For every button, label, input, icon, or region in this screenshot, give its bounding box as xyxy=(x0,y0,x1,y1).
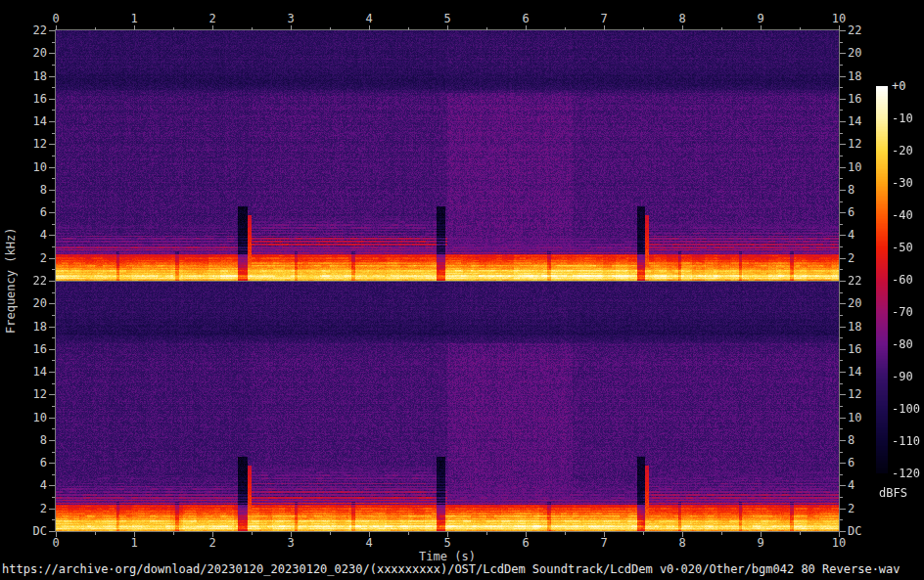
freq-minor-tick-mark xyxy=(840,269,843,270)
freq-tick-mark xyxy=(840,394,846,395)
x-minor-tick-mark xyxy=(565,532,566,535)
freq-tick-mark xyxy=(840,349,846,350)
freq-tick-label: 20 xyxy=(848,46,887,60)
x-minor-tick-mark xyxy=(330,532,331,535)
freq-minor-tick-mark xyxy=(52,497,55,498)
freq-tick-mark xyxy=(49,531,55,532)
x-tick-label: 1 xyxy=(115,536,154,550)
freq-tick-mark xyxy=(840,418,846,419)
freq-tick-label: 12 xyxy=(14,137,47,151)
freq-tick-mark xyxy=(49,212,55,213)
x-tick-label: 8 xyxy=(663,536,702,550)
freq-minor-tick-mark xyxy=(52,337,55,338)
freq-tick-label: 2 xyxy=(14,251,47,265)
freq-tick-label: 6 xyxy=(14,456,47,469)
freq-minor-tick-mark xyxy=(840,452,843,453)
db-tick-label: -10 xyxy=(892,112,924,125)
freq-minor-tick-mark xyxy=(52,383,55,384)
x-tick-label: 4 xyxy=(349,12,389,25)
freq-tick-mark xyxy=(49,30,55,31)
freq-minor-tick-mark xyxy=(52,201,55,202)
x-minor-tick-mark xyxy=(721,27,722,30)
db-tick-label: -30 xyxy=(892,176,924,190)
freq-tick-mark xyxy=(840,372,846,373)
x-tick-mark xyxy=(761,25,762,30)
x-tick-mark xyxy=(56,532,57,537)
freq-tick-mark xyxy=(840,190,846,191)
file-path: https://archive·org/download/20230120_20… xyxy=(2,562,901,576)
x-tick-label: 2 xyxy=(193,536,232,550)
freq-tick-label: 14 xyxy=(14,365,47,379)
freq-minor-tick-mark xyxy=(840,383,843,384)
freq-minor-tick-mark xyxy=(52,269,55,270)
x-tick-mark xyxy=(134,25,135,30)
freq-tick-label: 18 xyxy=(14,320,47,334)
db-tick-label: -20 xyxy=(892,144,924,157)
x-minor-tick-mark xyxy=(721,532,722,535)
x-tick-mark xyxy=(526,532,527,537)
freq-minor-tick-mark xyxy=(840,110,843,111)
freq-minor-tick-mark xyxy=(52,178,55,179)
x-tick-label: 7 xyxy=(584,12,624,25)
freq-tick-mark xyxy=(840,212,846,213)
freq-tick-label: 12 xyxy=(14,387,47,401)
db-tick-label: -60 xyxy=(892,273,924,287)
freq-tick-mark xyxy=(49,76,55,77)
freq-tick-label: 18 xyxy=(14,69,47,83)
time-axis-title: Time (s) xyxy=(56,550,839,563)
x-tick-label: 0 xyxy=(36,536,75,550)
x-minor-tick-mark xyxy=(173,27,174,30)
x-tick-label: 7 xyxy=(584,536,624,550)
freq-minor-tick-mark xyxy=(52,292,55,293)
freq-minor-tick-mark xyxy=(840,178,843,179)
freq-minor-tick-mark xyxy=(840,246,843,247)
freq-tick-mark xyxy=(49,418,55,419)
freq-minor-tick-mark xyxy=(52,42,55,43)
freq-tick-mark xyxy=(49,394,55,395)
freq-tick-label: 18 xyxy=(848,69,887,83)
freq-minor-tick-mark xyxy=(840,156,843,156)
db-tick-label: -40 xyxy=(892,208,924,222)
x-minor-tick-mark xyxy=(643,532,644,535)
x-tick-mark xyxy=(212,532,213,537)
x-tick-mark xyxy=(56,25,57,30)
freq-tick-mark xyxy=(49,281,55,282)
freq-minor-tick-mark xyxy=(52,360,55,361)
freq-tick-label: 20 xyxy=(14,296,47,310)
freq-minor-tick-mark xyxy=(840,65,843,66)
freq-minor-tick-mark xyxy=(840,133,843,134)
db-tick-label: -80 xyxy=(892,337,924,351)
freq-tick-label: 2 xyxy=(848,502,887,515)
freq-tick-mark xyxy=(49,258,55,259)
freq-minor-tick-mark xyxy=(52,133,55,134)
freq-minor-tick-mark xyxy=(52,224,55,225)
freq-minor-tick-mark xyxy=(52,246,55,247)
freq-tick-mark xyxy=(49,485,55,486)
freq-tick-label: 22 xyxy=(14,274,47,288)
x-tick-label: 2 xyxy=(193,12,232,25)
freq-tick-mark xyxy=(840,281,846,282)
freq-minor-tick-mark xyxy=(52,87,55,88)
spectrogram-channel-2 xyxy=(56,281,839,531)
x-tick-mark xyxy=(839,532,840,537)
freq-minor-tick-mark xyxy=(840,201,843,202)
freq-tick-mark xyxy=(49,190,55,191)
freq-tick-label: 20 xyxy=(14,46,47,60)
freq-tick-label: 14 xyxy=(14,114,47,128)
freq-tick-mark xyxy=(840,144,846,145)
db-tick-label: -70 xyxy=(892,305,924,319)
x-minor-tick-mark xyxy=(565,27,566,30)
freq-minor-tick-mark xyxy=(52,315,55,316)
x-tick-mark xyxy=(291,532,292,537)
freq-tick-mark xyxy=(840,30,846,31)
freq-tick-label: 4 xyxy=(14,228,47,242)
x-minor-tick-mark xyxy=(408,532,409,535)
x-tick-label: 9 xyxy=(741,536,780,550)
x-tick-label: 5 xyxy=(428,536,467,550)
freq-tick-mark xyxy=(840,531,846,532)
freq-minor-tick-mark xyxy=(840,497,843,498)
freq-tick-mark xyxy=(840,167,846,168)
freq-tick-mark xyxy=(840,463,846,464)
x-minor-tick-mark xyxy=(173,532,174,535)
x-tick-label: 9 xyxy=(741,12,780,25)
